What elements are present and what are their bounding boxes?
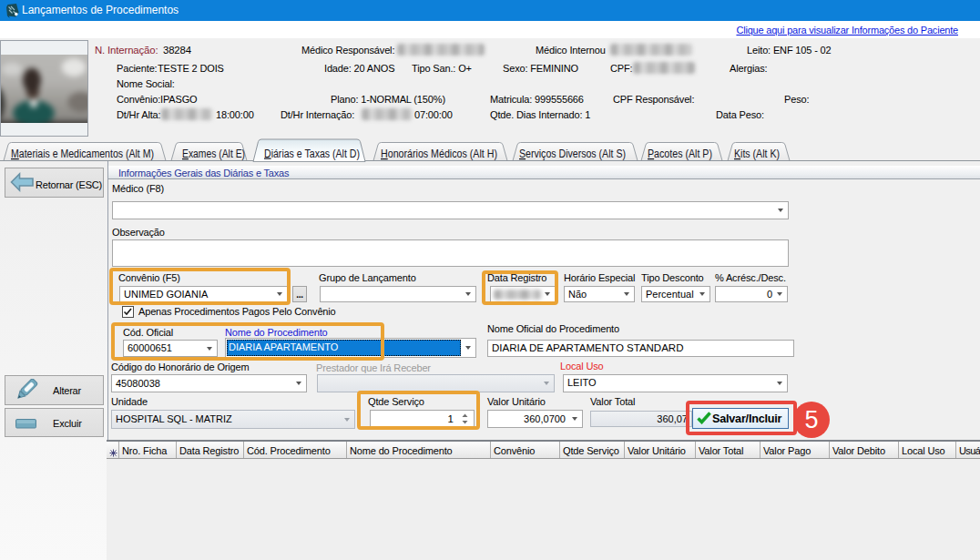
svg-text:Pacotes (Alt P): Pacotes (Alt P)	[648, 148, 712, 160]
svg-text:Materiais e Medicamentos (Alt: Materiais e Medicamentos (Alt M)	[11, 148, 154, 160]
svg-text:Diárias e Taxas (Alt D): Diárias e Taxas (Alt D)	[264, 148, 360, 160]
svg-text:Kits (Alt K): Kits (Alt K)	[734, 148, 780, 160]
svg-text:Exames (Alt E): Exames (Alt E)	[182, 148, 245, 160]
svg-text:Honorários Médicos (Alt H): Honorários Médicos (Alt H)	[381, 148, 497, 160]
svg-text:Serviços Diversos (Alt S): Serviços Diversos (Alt S)	[519, 148, 626, 160]
